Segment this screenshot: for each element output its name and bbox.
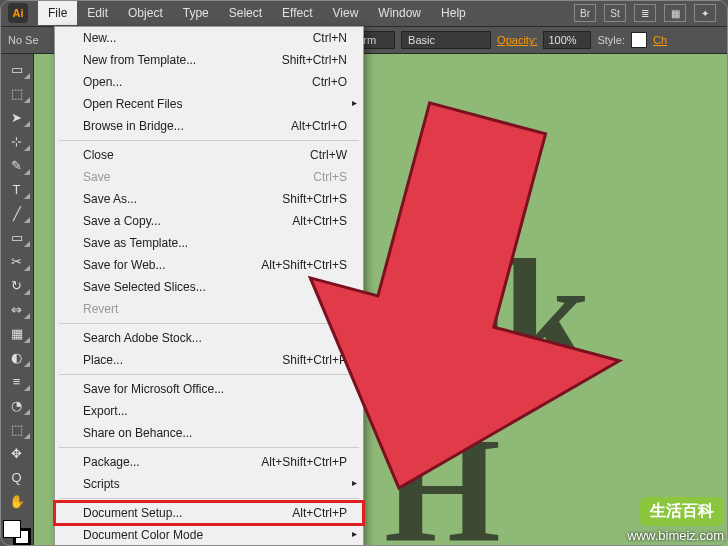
menu-item-scripts[interactable]: Scripts	[55, 473, 363, 495]
menu-item-browse-in-bridge[interactable]: Browse in Bridge...Alt+Ctrl+O	[55, 115, 363, 137]
menu-item-shortcut: Shift+Ctrl+P	[282, 353, 347, 367]
menu-item-save-a-copy[interactable]: Save a Copy...Alt+Ctrl+S	[55, 210, 363, 232]
menu-item-shortcut: Ctrl+S	[313, 170, 347, 184]
watermark: 生活百科 www.bimeiz.com	[627, 497, 724, 544]
tool-13[interactable]: ≡	[3, 370, 31, 392]
menubar-icon[interactable]: Br	[574, 4, 596, 22]
menu-item-search-adobe-stock[interactable]: Search Adobe Stock...	[55, 327, 363, 349]
menu-item-save-for-microsoft-office[interactable]: Save for Microsoft Office...	[55, 378, 363, 400]
menu-item-save-as-template[interactable]: Save as Template...	[55, 232, 363, 254]
tool-4[interactable]: ✎	[3, 154, 31, 176]
menubar-icon[interactable]: St	[604, 4, 626, 22]
tool-17[interactable]: Q	[3, 466, 31, 488]
menu-item-new[interactable]: New...Ctrl+N	[55, 27, 363, 49]
menu-item-label: Share on Behance...	[83, 426, 192, 440]
menu-item-label: Document Color Mode	[83, 528, 203, 542]
menu-item-label: Browse in Bridge...	[83, 119, 184, 133]
watermark-badge: 生活百科	[640, 497, 724, 526]
menubar-icon[interactable]: ≣	[634, 4, 656, 22]
menu-effect[interactable]: Effect	[272, 1, 322, 25]
tool-10[interactable]: ⇔	[3, 298, 31, 320]
menu-item-shortcut: Alt+Shift+Ctrl+P	[261, 455, 347, 469]
style-swatch[interactable]	[631, 32, 647, 48]
menu-item-shortcut: Alt+Ctrl+S	[292, 214, 347, 228]
menu-item-shortcut: Ctrl+O	[312, 75, 347, 89]
menu-item-label: Save for Microsoft Office...	[83, 382, 224, 396]
menu-help[interactable]: Help	[431, 1, 476, 25]
menu-item-shortcut: Shift+Ctrl+S	[282, 192, 347, 206]
menu-separator	[59, 323, 359, 324]
menu-item-package[interactable]: Package...Alt+Shift+Ctrl+P	[55, 451, 363, 473]
tool-11[interactable]: ▦	[3, 322, 31, 344]
opacity-input[interactable]: 100%	[543, 31, 591, 49]
menu-edit[interactable]: Edit	[77, 1, 118, 25]
menubar-right-icons: BrSt≣▦✦	[574, 4, 728, 22]
menu-item-label: Document Setup...	[83, 506, 182, 520]
file-menu-dropdown: New...Ctrl+NNew from Template...Shift+Ct…	[54, 26, 364, 546]
tool-6[interactable]: ╱	[3, 202, 31, 224]
canvas-artwork-text-2: H	[384, 404, 495, 546]
menu-item-revert: RevertF12	[55, 298, 363, 320]
menu-item-label: Open...	[83, 75, 122, 89]
color-swatches[interactable]	[3, 520, 31, 546]
menubar-icon[interactable]: ▦	[664, 4, 686, 22]
opacity-label[interactable]: Opacity:	[497, 34, 537, 46]
tool-2[interactable]: ➤	[3, 106, 31, 128]
menu-type[interactable]: Type	[173, 1, 219, 25]
menu-item-shortcut: Ctrl+N	[313, 31, 347, 45]
tool-3[interactable]: ⊹	[3, 130, 31, 152]
menu-item-share-on-behance[interactable]: Share on Behance...	[55, 422, 363, 444]
menu-object[interactable]: Object	[118, 1, 173, 25]
menubar: Ai FileEditObjectTypeSelectEffectViewWin…	[0, 0, 728, 26]
menu-item-label: Scripts	[83, 477, 120, 491]
menu-item-save-for-web[interactable]: Save for Web...Alt+Shift+Ctrl+S	[55, 254, 363, 276]
tool-1[interactable]: ⬚	[3, 82, 31, 104]
menu-select[interactable]: Select	[219, 1, 272, 25]
tool-14[interactable]: ◔	[3, 394, 31, 416]
menu-item-shortcut: Alt+Shift+Ctrl+S	[261, 258, 347, 272]
menu-item-new-from-template[interactable]: New from Template...Shift+Ctrl+N	[55, 49, 363, 71]
menu-item-shortcut: Ctrl+W	[310, 148, 347, 162]
app-logo: Ai	[8, 3, 28, 23]
menu-item-label: Save for Web...	[83, 258, 165, 272]
tool-9[interactable]: ↻	[3, 274, 31, 296]
menu-item-document-color-mode[interactable]: Document Color Mode	[55, 524, 363, 546]
menubar-icon[interactable]: ✦	[694, 4, 716, 22]
tool-16[interactable]: ✥	[3, 442, 31, 464]
menu-item-label: New...	[83, 31, 116, 45]
canvas-artwork-text: wik	[354, 224, 585, 409]
tool-12[interactable]: ◐	[3, 346, 31, 368]
no-selection-label: No Se	[8, 34, 39, 46]
tool-18[interactable]: ✋	[3, 490, 31, 512]
brush-select[interactable]: Basic	[401, 31, 491, 49]
tool-7[interactable]: ▭	[3, 226, 31, 248]
menu-item-save-selected-slices[interactable]: Save Selected Slices...	[55, 276, 363, 298]
fill-swatch[interactable]	[3, 520, 21, 538]
menu-item-save-as[interactable]: Save As...Shift+Ctrl+S	[55, 188, 363, 210]
menu-item-export[interactable]: Export...	[55, 400, 363, 422]
menu-item-label: Save Selected Slices...	[83, 280, 206, 294]
menu-item-close[interactable]: CloseCtrl+W	[55, 144, 363, 166]
menu-item-label: Save As...	[83, 192, 137, 206]
menu-window[interactable]: Window	[368, 1, 431, 25]
menu-item-open[interactable]: Open...Ctrl+O	[55, 71, 363, 93]
menu-item-document-setup[interactable]: Document Setup...Alt+Ctrl+P	[55, 502, 363, 524]
menu-item-open-recent-files[interactable]: Open Recent Files	[55, 93, 363, 115]
menu-item-label: Save as Template...	[83, 236, 188, 250]
menu-file[interactable]: File	[38, 1, 77, 25]
menu-item-save: SaveCtrl+S	[55, 166, 363, 188]
tool-8[interactable]: ✂	[3, 250, 31, 272]
tool-15[interactable]: ⬚	[3, 418, 31, 440]
change-link[interactable]: Ch	[653, 34, 667, 46]
tool-5[interactable]: T	[3, 178, 31, 200]
menu-item-label: Save a Copy...	[83, 214, 161, 228]
watermark-url: www.bimeiz.com	[627, 528, 724, 543]
menu-separator	[59, 498, 359, 499]
tool-0[interactable]: ▭	[3, 58, 31, 80]
toolbox: ▭⬚➤⊹✎T╱▭✂↻⇔▦◐≡◔⬚✥Q✋	[0, 54, 34, 546]
menu-separator	[59, 374, 359, 375]
menu-separator	[59, 140, 359, 141]
style-label: Style:	[597, 34, 625, 46]
menu-view[interactable]: View	[323, 1, 369, 25]
menu-item-place[interactable]: Place...Shift+Ctrl+P	[55, 349, 363, 371]
